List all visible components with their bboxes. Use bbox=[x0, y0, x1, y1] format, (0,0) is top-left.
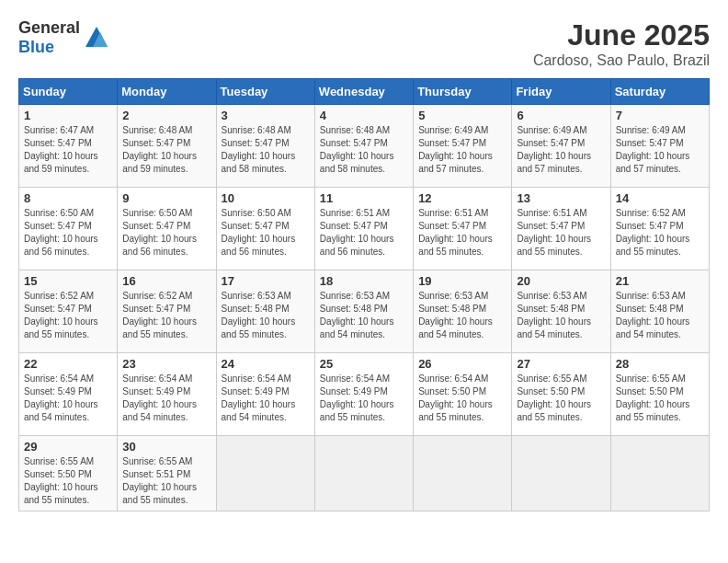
day-number: 11 bbox=[320, 191, 408, 205]
day-info: Sunrise: 6:50 AM Sunset: 5:47 PM Dayligh… bbox=[222, 207, 310, 259]
title-area: June 2025 Cardoso, Sao Paulo, Brazil bbox=[533, 18, 710, 69]
day-info: Sunrise: 6:55 AM Sunset: 5:50 PM Dayligh… bbox=[517, 373, 605, 424]
day-number: 17 bbox=[222, 274, 310, 288]
day-info: Sunrise: 6:50 AM Sunset: 5:47 PM Dayligh… bbox=[24, 207, 112, 259]
table-cell: 20 Sunrise: 6:53 AM Sunset: 5:48 PM Dayl… bbox=[512, 270, 610, 353]
day-number: 9 bbox=[122, 191, 210, 205]
col-tuesday: Tuesday bbox=[216, 79, 314, 105]
table-cell: 10 Sunrise: 6:50 AM Sunset: 5:47 PM Dayl… bbox=[216, 188, 314, 270]
table-cell: 18 Sunrise: 6:53 AM Sunset: 5:48 PM Dayl… bbox=[314, 270, 413, 353]
table-cell: 27 Sunrise: 6:55 AM Sunset: 5:50 PM Dayl… bbox=[512, 353, 610, 436]
day-number: 2 bbox=[122, 109, 210, 122]
table-cell: 9 Sunrise: 6:50 AM Sunset: 5:47 PM Dayli… bbox=[118, 188, 216, 270]
day-info: Sunrise: 6:55 AM Sunset: 5:51 PM Dayligh… bbox=[122, 455, 210, 507]
table-cell: 12 Sunrise: 6:51 AM Sunset: 5:47 PM Dayl… bbox=[414, 188, 512, 270]
table-cell: 5 Sunrise: 6:49 AM Sunset: 5:47 PM Dayli… bbox=[414, 105, 512, 188]
day-info: Sunrise: 6:49 AM Sunset: 5:47 PM Dayligh… bbox=[517, 124, 605, 176]
day-number: 6 bbox=[517, 109, 605, 122]
table-cell: 11 Sunrise: 6:51 AM Sunset: 5:47 PM Dayl… bbox=[314, 188, 413, 270]
day-info: Sunrise: 6:48 AM Sunset: 5:47 PM Dayligh… bbox=[222, 124, 310, 176]
calendar-table: Sunday Monday Tuesday Wednesday Thursday… bbox=[18, 78, 710, 511]
day-number: 24 bbox=[222, 357, 310, 371]
col-thursday: Thursday bbox=[414, 79, 512, 105]
day-info: Sunrise: 6:53 AM Sunset: 5:48 PM Dayligh… bbox=[320, 290, 408, 341]
table-cell: 3 Sunrise: 6:48 AM Sunset: 5:47 PM Dayli… bbox=[216, 105, 314, 188]
calendar-header-row: Sunday Monday Tuesday Wednesday Thursday… bbox=[19, 79, 710, 105]
day-number: 29 bbox=[24, 440, 112, 454]
day-info: Sunrise: 6:52 AM Sunset: 5:47 PM Dayligh… bbox=[616, 207, 704, 259]
table-cell: 26 Sunrise: 6:54 AM Sunset: 5:50 PM Dayl… bbox=[414, 353, 512, 436]
day-info: Sunrise: 6:48 AM Sunset: 5:47 PM Dayligh… bbox=[320, 124, 408, 176]
day-info: Sunrise: 6:53 AM Sunset: 5:48 PM Dayligh… bbox=[616, 290, 704, 341]
day-number: 28 bbox=[616, 357, 704, 371]
day-info: Sunrise: 6:49 AM Sunset: 5:47 PM Dayligh… bbox=[616, 124, 704, 176]
day-info: Sunrise: 6:54 AM Sunset: 5:49 PM Dayligh… bbox=[122, 373, 210, 424]
day-number: 30 bbox=[122, 440, 210, 454]
day-number: 3 bbox=[222, 109, 310, 122]
table-cell: 7 Sunrise: 6:49 AM Sunset: 5:47 PM Dayli… bbox=[610, 105, 709, 188]
day-info: Sunrise: 6:51 AM Sunset: 5:47 PM Dayligh… bbox=[320, 207, 408, 259]
day-number: 13 bbox=[517, 191, 605, 205]
table-cell: 8 Sunrise: 6:50 AM Sunset: 5:47 PM Dayli… bbox=[19, 188, 118, 270]
table-cell bbox=[314, 436, 413, 511]
col-friday: Friday bbox=[512, 79, 610, 105]
table-cell bbox=[414, 436, 512, 511]
table-cell: 6 Sunrise: 6:49 AM Sunset: 5:47 PM Dayli… bbox=[512, 105, 610, 188]
logo-icon bbox=[84, 25, 109, 51]
logo: General Blue bbox=[18, 18, 109, 57]
day-number: 22 bbox=[24, 357, 112, 371]
day-number: 20 bbox=[517, 274, 605, 288]
table-cell: 1 Sunrise: 6:47 AM Sunset: 5:47 PM Dayli… bbox=[19, 105, 118, 188]
day-info: Sunrise: 6:54 AM Sunset: 5:50 PM Dayligh… bbox=[418, 373, 506, 424]
table-cell: 25 Sunrise: 6:54 AM Sunset: 5:49 PM Dayl… bbox=[314, 353, 413, 436]
table-cell: 24 Sunrise: 6:54 AM Sunset: 5:49 PM Dayl… bbox=[216, 353, 314, 436]
day-number: 12 bbox=[418, 191, 506, 205]
table-cell: 4 Sunrise: 6:48 AM Sunset: 5:47 PM Dayli… bbox=[314, 105, 413, 188]
calendar-header: General Blue June 2025 Cardoso, Sao Paul… bbox=[18, 18, 710, 69]
table-cell: 29 Sunrise: 6:55 AM Sunset: 5:50 PM Dayl… bbox=[19, 436, 118, 511]
table-cell: 19 Sunrise: 6:53 AM Sunset: 5:48 PM Dayl… bbox=[414, 270, 512, 353]
day-info: Sunrise: 6:54 AM Sunset: 5:49 PM Dayligh… bbox=[24, 373, 112, 424]
col-monday: Monday bbox=[118, 79, 216, 105]
col-sunday: Sunday bbox=[19, 79, 118, 105]
day-info: Sunrise: 6:50 AM Sunset: 5:47 PM Dayligh… bbox=[122, 207, 210, 259]
day-number: 18 bbox=[320, 274, 408, 288]
day-number: 26 bbox=[418, 357, 506, 371]
day-info: Sunrise: 6:47 AM Sunset: 5:47 PM Dayligh… bbox=[24, 124, 112, 176]
day-number: 4 bbox=[320, 109, 408, 122]
table-cell: 22 Sunrise: 6:54 AM Sunset: 5:49 PM Dayl… bbox=[19, 353, 118, 436]
day-number: 1 bbox=[24, 109, 112, 122]
day-info: Sunrise: 6:49 AM Sunset: 5:47 PM Dayligh… bbox=[418, 124, 506, 176]
logo-text: General Blue bbox=[18, 18, 80, 57]
day-info: Sunrise: 6:51 AM Sunset: 5:47 PM Dayligh… bbox=[418, 207, 506, 259]
table-cell bbox=[610, 436, 709, 511]
table-cell: 14 Sunrise: 6:52 AM Sunset: 5:47 PM Dayl… bbox=[610, 188, 709, 270]
day-info: Sunrise: 6:54 AM Sunset: 5:49 PM Dayligh… bbox=[222, 373, 310, 424]
day-info: Sunrise: 6:53 AM Sunset: 5:48 PM Dayligh… bbox=[418, 290, 506, 341]
table-cell: 21 Sunrise: 6:53 AM Sunset: 5:48 PM Dayl… bbox=[610, 270, 709, 353]
day-number: 15 bbox=[24, 274, 112, 288]
day-number: 14 bbox=[616, 191, 704, 205]
day-info: Sunrise: 6:53 AM Sunset: 5:48 PM Dayligh… bbox=[517, 290, 605, 341]
day-number: 10 bbox=[222, 191, 310, 205]
table-cell: 17 Sunrise: 6:53 AM Sunset: 5:48 PM Dayl… bbox=[216, 270, 314, 353]
table-cell bbox=[512, 436, 610, 511]
table-cell: 30 Sunrise: 6:55 AM Sunset: 5:51 PM Dayl… bbox=[118, 436, 216, 511]
day-info: Sunrise: 6:54 AM Sunset: 5:49 PM Dayligh… bbox=[320, 373, 408, 424]
day-number: 8 bbox=[24, 191, 112, 205]
day-info: Sunrise: 6:52 AM Sunset: 5:47 PM Dayligh… bbox=[122, 290, 210, 341]
col-saturday: Saturday bbox=[610, 79, 709, 105]
table-cell bbox=[216, 436, 314, 511]
day-number: 19 bbox=[418, 274, 506, 288]
table-cell: 13 Sunrise: 6:51 AM Sunset: 5:47 PM Dayl… bbox=[512, 188, 610, 270]
table-cell: 15 Sunrise: 6:52 AM Sunset: 5:47 PM Dayl… bbox=[19, 270, 118, 353]
day-number: 27 bbox=[517, 357, 605, 371]
day-number: 5 bbox=[418, 109, 506, 122]
day-number: 21 bbox=[616, 274, 704, 288]
table-cell: 2 Sunrise: 6:48 AM Sunset: 5:47 PM Dayli… bbox=[118, 105, 216, 188]
day-info: Sunrise: 6:55 AM Sunset: 5:50 PM Dayligh… bbox=[24, 455, 112, 507]
day-info: Sunrise: 6:51 AM Sunset: 5:47 PM Dayligh… bbox=[517, 207, 605, 259]
day-info: Sunrise: 6:53 AM Sunset: 5:48 PM Dayligh… bbox=[222, 290, 310, 341]
calendar-subtitle: Cardoso, Sao Paulo, Brazil bbox=[533, 52, 710, 69]
day-number: 16 bbox=[122, 274, 210, 288]
